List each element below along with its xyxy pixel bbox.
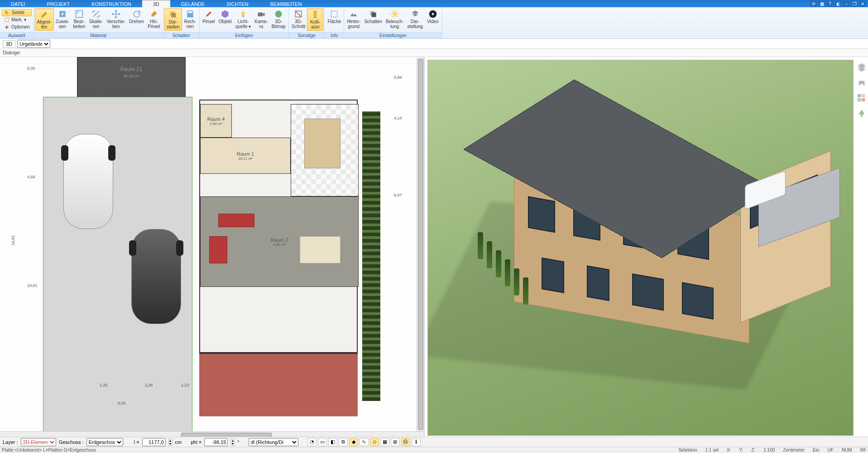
ribbon-btn-dbitmap[interactable]: 3D- Bitmap <box>270 8 288 30</box>
bottom-tool-1[interactable]: ▭ <box>318 438 327 446</box>
help-icon[interactable]: ? <box>826 0 834 7</box>
bottom-tool-10[interactable]: ℹ <box>412 438 421 446</box>
ribbon-btn-beleuchtung[interactable]: Beleuch- tung <box>384 8 405 30</box>
status-num: NUM <box>842 448 852 453</box>
ribbon-btn-skalieren[interactable]: Skalie- ren <box>87 8 105 30</box>
dialog-label: Dialoge: <box>3 50 21 55</box>
theme-icon[interactable]: ◐ <box>834 0 842 7</box>
length-input[interactable] <box>142 438 166 446</box>
bottom-tool-9[interactable]: Ⓝ <box>401 438 410 446</box>
palette-icon[interactable] <box>857 93 867 103</box>
ribbon-btn-drehen[interactable]: Drehen <box>127 8 146 25</box>
bottom-tool-6[interactable]: ◇ <box>370 438 379 446</box>
ribbon-btn-darstellung[interactable]: Dar- stellung <box>405 8 424 30</box>
status-on: Ein <box>813 448 819 453</box>
plan-car-2 <box>131 229 181 324</box>
window-buttons: ⟳ ▦ ? ◐ – ❐ ✕ <box>810 0 868 7</box>
view-3d-canvas[interactable] <box>427 60 854 436</box>
bottom-tool-2[interactable]: ◧ <box>328 438 337 446</box>
menu-tab-sichten[interactable]: SICHTEN <box>216 0 259 7</box>
grid-icon[interactable]: ▦ <box>818 0 825 7</box>
ribbon-group-title: Schatten <box>163 32 199 38</box>
svg-rect-10 <box>258 13 263 16</box>
minimize-icon[interactable]: – <box>843 0 850 7</box>
status-uf: UF <box>828 448 834 453</box>
ribbon-btn-objekt[interactable]: Objekt <box>217 8 234 25</box>
ribbon-btn-schatten[interactable]: Schatten <box>362 8 384 25</box>
ribbon-group-title: Sonstige <box>289 32 325 38</box>
ribbon-btn-bearbeiten[interactable]: Bear- beiten <box>71 8 87 30</box>
bottom-tool-4[interactable]: ◆ <box>349 438 358 446</box>
length-up[interactable]: ▲ <box>169 439 172 442</box>
ribbon-btn-selekt[interactable]: Selekt <box>2 9 32 16</box>
svg-rect-17 <box>858 94 861 97</box>
bottom-tool-8[interactable]: ⊞ <box>391 438 400 446</box>
brush2-icon <box>203 9 215 19</box>
ribbon-btn-hintergrund[interactable]: Hinter- grund <box>345 8 362 30</box>
ribbon-group-einfügen: PinselObjektLicht- quelle ▾Kame- ra3D- B… <box>200 7 289 38</box>
status-z: Z: <box>751 448 755 453</box>
bottom-tool-0[interactable]: ◔ <box>307 438 317 446</box>
plan-room: Raum 42,80 m² <box>200 104 232 138</box>
dim-label: 6,00 <box>27 66 35 71</box>
bottom-tool-5[interactable]: ∿ <box>360 438 369 446</box>
ribbon-btn-lichtquelle[interactable]: Licht- quelle ▾ <box>234 8 253 30</box>
angle-down[interactable]: ▼ <box>231 442 234 445</box>
layer-select[interactable]: 2D-Elemen <box>21 438 56 446</box>
svg-rect-20 <box>862 98 865 101</box>
calc-icon <box>184 9 196 19</box>
angle-up[interactable]: ▲ <box>231 439 234 442</box>
furniture-icon[interactable] <box>857 78 867 88</box>
ribbon-btn-zuweisen[interactable]: Zuwei- sen <box>54 8 71 30</box>
ribbon-group-auswahl: SelektMark. ▾OptionenAuswahl <box>0 7 34 38</box>
bottom-tool-7[interactable]: ▦ <box>380 438 389 446</box>
ribbon-btn-mark[interactable]: Mark. ▾ <box>2 16 32 24</box>
view-mode-label: 3D <box>3 40 15 48</box>
ribbon-btn-dschnitt[interactable]: 3D- Schnitt <box>290 8 307 30</box>
terrain-select[interactable]: Urgelände <box>17 40 50 48</box>
ribbon-btn-abgreifen[interactable]: Abgrei- fen <box>35 8 54 31</box>
dim-label: 10,81 <box>27 283 38 288</box>
sec-icon <box>293 9 304 19</box>
refresh-icon[interactable]: ⟳ <box>810 0 817 7</box>
ribbon-btn-verschieben[interactable]: Verschie- ben <box>105 8 127 30</box>
ribbon-btn-pinsel[interactable]: Pinsel <box>201 8 217 25</box>
svg-rect-2 <box>76 11 82 18</box>
close-icon[interactable]: ✕ <box>859 0 866 7</box>
layers-icon[interactable] <box>857 62 867 72</box>
menu-tab-projekt[interactable]: PROJEKT <box>36 0 81 7</box>
plan-scrollbar-vertical[interactable] <box>417 57 424 431</box>
plan-furniture <box>300 236 340 263</box>
ribbon-btn-flche[interactable]: Fläche <box>326 8 343 25</box>
ribbon-btn-kamera[interactable]: Kame- ra <box>253 8 269 30</box>
status-y: Y: <box>739 448 743 453</box>
bottom-tool-3[interactable]: ⧉ <box>339 438 348 446</box>
length-down[interactable]: ▼ <box>169 442 172 445</box>
maximize-icon[interactable]: ❐ <box>851 0 858 7</box>
ribbon-btn-optionen[interactable]: Optionen <box>2 24 32 31</box>
menu-tab-datei[interactable]: DATEI <box>0 0 36 7</box>
cam-icon <box>255 9 267 19</box>
svg-point-3 <box>77 12 78 13</box>
direction-select[interactable]: dl (Richtung/Di <box>249 438 298 446</box>
svg-rect-14 <box>331 11 337 17</box>
ribbon-btn-video[interactable]: Video <box>425 8 441 25</box>
ribbon-btn-rechnen[interactable]: Rech- nen <box>182 8 198 30</box>
view-3d-pane[interactable] <box>425 57 868 439</box>
angle-label: phi = <box>191 439 201 445</box>
plan-2d-view[interactable]: Raum 2132,63 m² Raum 42,80 m²Raum 120,11… <box>0 57 425 439</box>
ribbon-btn-darstellen[interactable]: Dar- stellen <box>164 8 182 31</box>
menu-tab-3d[interactable]: 3D <box>142 0 170 7</box>
shadow-icon <box>167 10 179 19</box>
angle-input[interactable] <box>204 438 228 446</box>
rotate-icon <box>131 9 143 19</box>
tree-icon[interactable] <box>857 109 867 119</box>
menu-tab-konstruktion[interactable]: KONSTRUKTION <box>81 0 142 7</box>
floor-select[interactable]: Erdgeschos <box>86 438 123 446</box>
plan-furniture <box>304 119 340 168</box>
ribbon-btn-hinpinsel[interactable]: Hin. Pinsel <box>146 8 162 30</box>
menu-tab-gelaende[interactable]: GELÄNDE <box>170 0 216 7</box>
ribbon-btn-kollision[interactable]: Kolli- sion <box>307 8 323 31</box>
menu-tab-bearbeiten[interactable]: BEARBEITEN <box>259 0 313 7</box>
plan-furniture <box>218 214 254 227</box>
